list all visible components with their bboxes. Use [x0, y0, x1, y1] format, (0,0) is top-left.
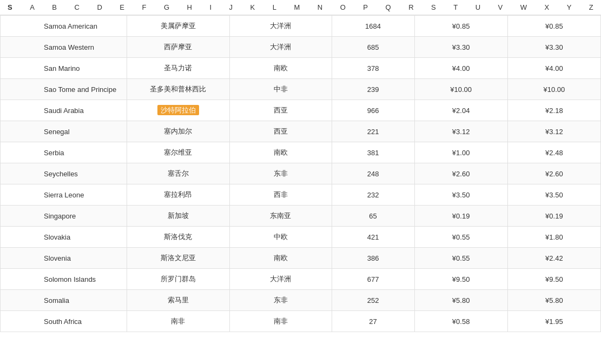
country-price2: ¥2.60 — [507, 163, 600, 184]
table-row: Saudi Arabia沙特阿拉伯西亚966¥2.04¥2.18 — [1, 100, 601, 121]
country-price2: ¥3.30 — [507, 37, 600, 58]
table-row: Slovakia斯洛伐克中欧421¥0.55¥1.80 — [1, 227, 601, 248]
country-english: Serbia — [1, 142, 127, 163]
nav-letter-W[interactable]: W — [519, 3, 528, 11]
country-english: Slovenia — [1, 248, 127, 269]
nav-letter-C[interactable]: C — [74, 3, 81, 11]
country-chinese: 塞舌尔 — [127, 163, 229, 184]
country-price2: ¥2.48 — [507, 142, 600, 163]
country-english: Samoa Western — [1, 37, 127, 58]
country-region: 西亚 — [229, 100, 332, 121]
country-english: Solomon Islands — [1, 269, 127, 290]
country-chinese: 所罗门群岛 — [127, 269, 229, 290]
country-number: 239 — [332, 79, 414, 100]
country-price2: ¥0.85 — [507, 16, 600, 37]
country-chinese: 新加坡 — [127, 206, 229, 227]
country-chinese: 索马里 — [127, 290, 229, 311]
nav-letter-O[interactable]: O — [339, 3, 347, 11]
nav-letter-X[interactable]: X — [543, 3, 550, 11]
country-number: 252 — [332, 290, 414, 311]
nav-letter-K[interactable]: K — [249, 3, 256, 11]
country-english: Singapore — [1, 206, 127, 227]
country-number: 386 — [332, 248, 414, 269]
country-number: 381 — [332, 142, 414, 163]
nav-letter-T[interactable]: T — [452, 3, 459, 11]
country-number: 421 — [332, 227, 414, 248]
country-english: Slovakia — [1, 227, 127, 248]
nav-letter-L[interactable]: L — [272, 3, 278, 11]
country-english: Somalia — [1, 290, 127, 311]
country-english: South Africa — [1, 311, 127, 332]
country-chinese: 南非 — [127, 311, 229, 332]
nav-letter-G[interactable]: G — [163, 3, 170, 11]
table-row: Sierra Leone塞拉利昂西非232¥3.50¥3.50 — [1, 184, 601, 206]
table-row: Solomon Islands所罗门群岛大洋洲677¥9.50¥9.50 — [1, 269, 601, 290]
country-table: Samoa American美属萨摩亚大洋洲1684¥0.85¥0.85Samo… — [0, 15, 601, 332]
nav-letter-B[interactable]: B — [51, 3, 58, 11]
table-row: Serbia塞尔维亚南欧381¥1.00¥2.48 — [1, 142, 601, 163]
country-price1: ¥1.00 — [414, 142, 507, 163]
nav-letter-M[interactable]: M — [293, 3, 301, 11]
nav-letter-A[interactable]: A — [29, 3, 36, 11]
country-english: Samoa American — [1, 16, 127, 37]
nav-letter-H[interactable]: H — [186, 3, 193, 11]
nav-letter-S[interactable]: S — [6, 3, 14, 11]
country-region: 大洋洲 — [229, 16, 332, 37]
nav-letter-N[interactable]: N — [316, 3, 323, 11]
table-row: Samoa Western西萨摩亚大洋洲685¥3.30¥3.30 — [1, 37, 601, 58]
country-chinese: 塞拉利昂 — [127, 184, 229, 206]
country-region: 大洋洲 — [229, 37, 332, 58]
country-price1: ¥0.85 — [414, 16, 507, 37]
country-price1: ¥9.50 — [414, 269, 507, 290]
country-region: 南欧 — [229, 142, 332, 163]
country-price2: ¥3.50 — [507, 184, 600, 206]
country-price1: ¥0.55 — [414, 227, 507, 248]
country-number: 677 — [332, 269, 414, 290]
country-english: Sierra Leone — [1, 184, 127, 206]
country-price1: ¥2.04 — [414, 100, 507, 121]
country-price1: ¥0.55 — [414, 248, 507, 269]
country-price2: ¥2.42 — [507, 248, 600, 269]
nav-letter-Z[interactable]: Z — [588, 3, 595, 11]
table-row: Senegal塞内加尔西亚221¥3.12¥3.12 — [1, 121, 601, 142]
country-price2: ¥1.95 — [507, 311, 600, 332]
country-price2: ¥1.80 — [507, 227, 600, 248]
country-english: Sao Tome and Principe — [1, 79, 127, 100]
nav-letter-R[interactable]: R — [407, 3, 414, 11]
nav-letter-V[interactable]: V — [497, 3, 504, 11]
nav-letter-U[interactable]: U — [474, 3, 481, 11]
nav-letter-I[interactable]: I — [208, 3, 213, 11]
country-price2: ¥2.18 — [507, 100, 600, 121]
country-number: 27 — [332, 311, 414, 332]
nav-letter-F[interactable]: F — [141, 3, 147, 11]
country-number: 232 — [332, 184, 414, 206]
nav-letter-Q[interactable]: Q — [385, 3, 392, 11]
country-english: Senegal — [1, 121, 127, 142]
nav-letter-S[interactable]: S — [430, 3, 437, 11]
table-row: San Marino圣马力诺南欧378¥4.00¥4.00 — [1, 58, 601, 79]
country-region: 东南亚 — [229, 206, 332, 227]
table-row: South Africa南非南非27¥0.58¥1.95 — [1, 311, 601, 332]
country-region: 东非 — [229, 290, 332, 311]
nav-letter-J[interactable]: J — [228, 3, 234, 11]
country-chinese: 斯洛文尼亚 — [127, 248, 229, 269]
nav-letter-D[interactable]: D — [96, 3, 103, 11]
alphabet-nav[interactable]: SABCDEFGHIJKLMNOPQRSTUVWXYZ — [0, 0, 601, 15]
country-price1: ¥3.50 — [414, 184, 507, 206]
nav-letter-P[interactable]: P — [362, 3, 369, 11]
country-region: 西非 — [229, 184, 332, 206]
country-number: 221 — [332, 121, 414, 142]
country-region: 中非 — [229, 79, 332, 100]
country-chinese: 美属萨摩亚 — [127, 16, 229, 37]
country-chinese: 圣多美和普林西比 — [127, 79, 229, 100]
country-chinese: 圣马力诺 — [127, 58, 229, 79]
country-price2: ¥0.19 — [507, 206, 600, 227]
country-price1: ¥10.00 — [414, 79, 507, 100]
country-region: 南欧 — [229, 248, 332, 269]
nav-letter-E[interactable]: E — [118, 3, 126, 11]
country-chinese: 西萨摩亚 — [127, 37, 229, 58]
nav-letter-Y[interactable]: Y — [566, 3, 573, 11]
country-region: 南欧 — [229, 58, 332, 79]
country-number: 1684 — [332, 16, 414, 37]
country-region: 中欧 — [229, 227, 332, 248]
